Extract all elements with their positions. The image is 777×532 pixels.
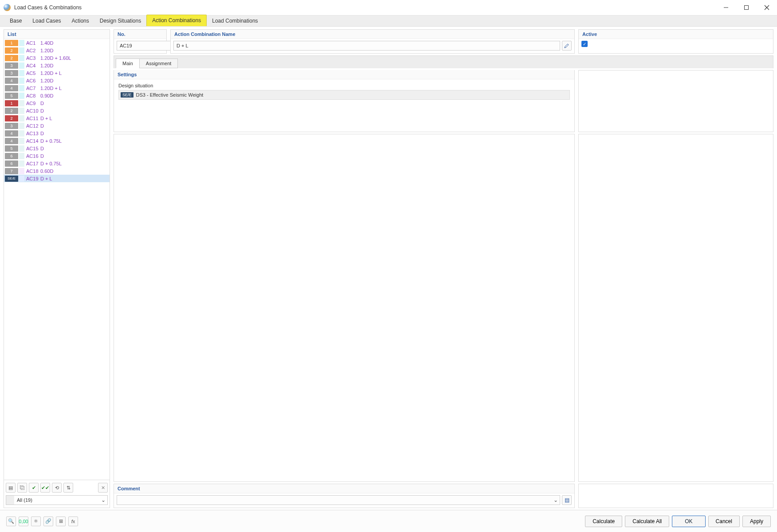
list-desc: 1.40D [40,40,53,46]
side-info-box-3 [578,484,773,508]
list-id: AC18 [26,168,40,174]
apply-button[interactable]: Apply [742,516,771,527]
list-item[interactable]: 5AC80.90D [4,92,110,99]
tab-design-situations[interactable]: Design Situations [94,16,146,26]
coord-tool-button[interactable]: ⊞ [56,516,66,526]
list-badge: 1 [5,100,18,106]
list-id: AC12 [26,123,40,129]
comment-input[interactable]: ⌄ [117,495,560,505]
list-item[interactable]: 3AC12D [4,122,110,129]
list-id: AC3 [26,55,40,61]
list-id: AC11 [26,116,40,121]
list-desc: D [40,153,44,159]
list-badge: 4 [5,78,18,84]
list-desc: 0.90D [40,93,53,98]
tab-base[interactable]: Base [4,16,27,26]
function-tool-button[interactable]: fx [68,516,78,526]
list-body[interactable]: 1AC11.40D2AC21.20D2AC31.20D + 1.60L3AC41… [4,39,110,480]
units-tool-button[interactable]: 0,00 [19,516,28,526]
list-badge: 5 [5,93,18,99]
list-item[interactable]: 4AC13D [4,129,110,137]
list-desc: D + 0.75L [40,138,62,144]
list-item[interactable]: 7AC180.60D [4,167,110,175]
filter-swatch [6,496,14,505]
list-id: AC4 [26,63,40,68]
list-desc: D + L [40,116,52,121]
close-button[interactable] [757,0,777,15]
copy-item-button[interactable]: ⿻ [17,483,27,493]
calculate-all-button[interactable]: Calculate All [625,516,669,527]
list-item[interactable]: 1AC9D [4,99,110,107]
list-id: AC13 [26,131,40,136]
list-item[interactable]: 3AC41.20D [4,62,110,69]
tab-actions[interactable]: Actions [66,16,94,26]
list-item[interactable]: 1AC11.40D [4,39,110,47]
list-item[interactable]: 6AC17D + 0.75L [4,160,110,167]
list-badge: 2 [5,115,18,121]
search-tool-button[interactable]: 🔍 [6,516,16,526]
no-label: No. [114,30,166,39]
filter-text: All (19) [14,497,99,503]
check-all-button[interactable]: ✔✔ [40,483,50,493]
tab-action-combinations[interactable]: Action Combinations [146,15,207,26]
list-item[interactable]: 4AC71.20D + L [4,84,110,92]
delete-button[interactable]: ✕ [98,483,108,493]
list-swatch [19,93,24,99]
list-desc: 0.60D [40,168,53,174]
list-swatch [19,145,24,152]
list-item[interactable]: 2AC21.20D [4,47,110,54]
active-checkbox[interactable]: ✓ [581,41,588,47]
check-button[interactable]: ✔ [29,483,39,493]
comment-label: Comment [114,484,574,493]
list-id: AC19 [26,176,40,181]
edit-name-button[interactable] [562,41,572,51]
list-item[interactable]: 4AC61.20D [4,77,110,84]
no-box: No. [114,29,167,54]
design-situation-selector[interactable]: SE/E DS3 - Effective Seismic Weight [118,90,570,100]
list-badge: 2 [5,55,18,61]
list-item[interactable]: 4AC14D + 0.75L [4,137,110,145]
bottom-bar: 🔍 0,00 ⚛ 🔗 ⊞ fx Calculate Calculate All … [0,510,777,532]
list-swatch [19,115,24,121]
wizard-tool-button[interactable]: ⚛ [31,516,41,526]
cancel-button[interactable]: Cancel [708,516,740,527]
side-info-box-2 [578,134,773,482]
comment-browse-button[interactable]: ▤ [562,495,572,505]
subtab-main[interactable]: Main [116,59,140,68]
list-panel: List 1AC11.40D2AC21.20D2AC31.20D + 1.60L… [4,29,110,508]
settings-header: Settings [114,70,574,79]
list-item[interactable]: 2AC11D + L [4,114,110,122]
minimize-button[interactable] [716,0,736,15]
list-id: AC2 [26,48,40,53]
maximize-button[interactable] [736,0,757,15]
list-item[interactable]: 2AC31.20D + 1.60L [4,54,110,62]
list-swatch [19,160,24,167]
list-item[interactable]: SE/EAC19D + L [4,175,110,182]
list-badge: 3 [5,70,18,76]
list-desc: D [40,123,44,129]
tab-load-cases[interactable]: Load Cases [27,16,66,26]
link-tool-button[interactable]: 🔗 [43,516,53,526]
name-input[interactable] [173,41,560,51]
list-swatch [19,78,24,84]
list-swatch [19,40,24,46]
sort-button[interactable]: ⇅ [63,483,73,493]
tab-load-combinations[interactable]: Load Combinations [207,16,263,26]
titlebar: Load Cases & Combinations [0,0,777,15]
list-tools: ▤ ⿻ ✔ ✔✔ ⟲ ⇅ ✕ All (19) ⌄ [4,480,110,508]
list-swatch [19,47,24,54]
list-item[interactable]: 6AC16D [4,152,110,160]
calculate-button[interactable]: Calculate [585,516,622,527]
subtab-assignment[interactable]: Assignment [139,59,178,68]
list-badge: 6 [5,160,18,167]
list-item[interactable]: 5AC15D [4,145,110,152]
refresh-button[interactable]: ⟲ [52,483,62,493]
new-item-button[interactable]: ▤ [6,483,16,493]
list-filter[interactable]: All (19) ⌄ [6,495,108,505]
list-badge: 1 [5,40,18,46]
list-item[interactable]: 2AC10D [4,107,110,114]
list-desc: D [40,108,44,113]
list-item[interactable]: 3AC51.20D + L [4,69,110,77]
list-id: AC17 [26,161,40,166]
ok-button[interactable]: OK [672,516,705,527]
